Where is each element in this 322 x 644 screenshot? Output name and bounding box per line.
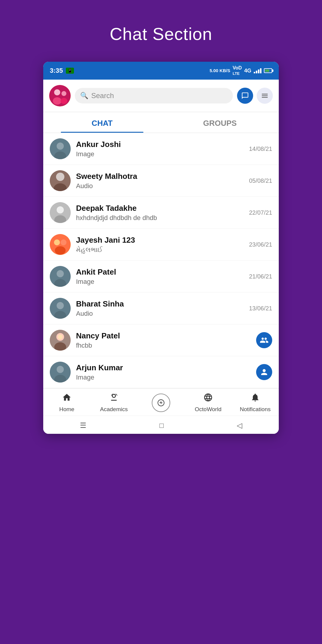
chat-info: Deepak Tadakhe hxhdndjdjd dhdbdh de dhdb [76, 204, 244, 222]
chat-meta [256, 364, 272, 380]
svg-point-12 [57, 206, 64, 213]
nav-add[interactable] [145, 394, 177, 412]
tabs: CHAT GROUPS [43, 112, 279, 133]
header-actions [237, 88, 273, 104]
avatar [50, 266, 71, 287]
svg-point-3 [61, 91, 66, 96]
svg-point-16 [61, 239, 66, 245]
status-time: 3:35 [50, 67, 63, 75]
profile-avatar[interactable] [49, 85, 71, 106]
chat-date: 13/06/21 [249, 305, 272, 312]
chat-date: 23/06/21 [249, 241, 272, 248]
search-bar[interactable]: 🔍 Search [75, 88, 233, 103]
nav-home-label: Home [59, 406, 75, 413]
bell-icon [250, 393, 260, 404]
home-icon [62, 393, 72, 404]
tab-groups[interactable]: GROUPS [161, 112, 279, 133]
avatar [50, 138, 71, 159]
status-bar: 3:35 📱 5.00 KB/S VoDLTE 4G [43, 62, 279, 80]
chat-name: Sweety Malhotra [76, 172, 244, 181]
svg-point-6 [57, 143, 64, 150]
android-menu-button[interactable]: ☰ [80, 421, 86, 430]
chat-preview: fhcbb [76, 342, 251, 349]
add-icon [152, 394, 170, 412]
chat-preview: hxhdndjdjd dhdbdh de dhdb [76, 214, 244, 222]
chat-item[interactable]: Nancy Patel fhcbb [43, 324, 279, 356]
svg-point-4 [61, 98, 67, 104]
nav-octoworld[interactable]: OctoWorld [192, 393, 225, 413]
nav-academics-label: Academics [100, 406, 128, 413]
chat-preview: Image [76, 278, 244, 286]
battery-icon [264, 68, 272, 73]
chat-preview: મેહુલભાઈ [76, 246, 244, 254]
chat-bubble-button[interactable] [237, 88, 253, 104]
svg-point-27 [58, 335, 63, 339]
chat-name: Deepak Tadakhe [76, 204, 244, 213]
chat-item[interactable]: Arjun Kumar Image [43, 356, 279, 388]
chat-meta [256, 332, 272, 348]
chat-info: Ankur Joshi Image [76, 140, 244, 158]
chat-meta: 13/06/21 [249, 305, 272, 312]
android-nav: ☰ □ ◁ [43, 416, 279, 434]
svg-point-1 [54, 89, 60, 95]
chat-name: Arjun Kumar [76, 363, 251, 372]
search-placeholder: Search [91, 92, 114, 100]
network-speed: 5.00 KB/S [210, 68, 230, 73]
nav-home[interactable]: Home [50, 393, 83, 413]
signal-bars [254, 68, 261, 73]
bottom-nav: Home Academics OctoWorld [43, 388, 279, 416]
chat-preview: Image [76, 150, 244, 158]
nav-notifications-label: Notifications [240, 406, 271, 413]
group-fab-button[interactable] [256, 332, 272, 348]
nav-notifications[interactable]: Notifications [239, 393, 272, 413]
nav-academics[interactable]: Academics [97, 393, 130, 413]
chat-item[interactable]: Ankit Patel Image 21/06/21 [43, 261, 279, 292]
avatar [50, 202, 71, 223]
chat-date: 05/08/21 [249, 177, 272, 184]
menu-button[interactable] [257, 88, 273, 104]
chat-item[interactable]: Sweety Malhotra Audio 05/08/21 [43, 165, 279, 197]
avatar [50, 298, 71, 319]
chat-date: 21/06/21 [249, 273, 272, 280]
avatar [50, 362, 71, 383]
avatar [50, 170, 71, 191]
status-right: 5.00 KB/S VoDLTE 4G [210, 65, 272, 76]
chat-item[interactable]: Ankur Joshi Image 14/08/21 [43, 133, 279, 165]
chat-meta: 22/07/21 [249, 209, 272, 216]
chat-preview: Audio [76, 182, 244, 190]
svg-point-2 [53, 97, 61, 105]
phone-frame: 3:35 📱 5.00 KB/S VoDLTE 4G [43, 62, 279, 434]
chat-date: 22/07/21 [249, 209, 272, 216]
chat-meta: 14/08/21 [249, 145, 272, 152]
chat-info: Sweety Malhotra Audio [76, 172, 244, 190]
network-4g: 4G [244, 68, 251, 74]
chat-name: Ankur Joshi [76, 140, 244, 149]
chat-info: Jayesh Jani 123 મેહુલભાઈ [76, 236, 244, 254]
android-home-button[interactable]: □ [160, 421, 164, 430]
svg-point-19 [57, 270, 64, 277]
globe-icon [203, 393, 213, 404]
chat-item[interactable]: Bharat Sinha Audio 13/06/21 [43, 292, 279, 324]
person-fab-button[interactable] [256, 364, 272, 380]
network-type: VoDLTE [233, 65, 242, 76]
chat-info: Bharat Sinha Audio [76, 299, 244, 318]
svg-point-17 [55, 246, 66, 255]
chat-list: Ankur Joshi Image 14/08/21 Sweety Malhot… [43, 133, 279, 388]
chat-item[interactable]: Jayesh Jani 123 મેહુલભાઈ 23/06/21 [43, 229, 279, 261]
sim-badge: 📱 [66, 68, 74, 74]
chat-name: Ankit Patel [76, 267, 244, 277]
tab-chat[interactable]: CHAT [43, 112, 161, 133]
chat-date: 14/08/21 [249, 145, 272, 152]
svg-point-29 [57, 366, 64, 373]
avatar [50, 330, 71, 351]
svg-point-9 [56, 173, 64, 181]
chat-name: Jayesh Jani 123 [76, 236, 244, 245]
chat-info: Nancy Patel fhcbb [76, 331, 251, 349]
chat-name: Nancy Patel [76, 331, 251, 340]
chat-meta: 23/06/21 [249, 241, 272, 248]
android-back-button[interactable]: ◁ [237, 421, 242, 430]
chat-item[interactable]: Deepak Tadakhe hxhdndjdjd dhdbdh de dhdb… [43, 197, 279, 229]
avatar [50, 234, 71, 255]
chat-info: Arjun Kumar Image [76, 363, 251, 381]
chat-meta: 05/08/21 [249, 177, 272, 184]
